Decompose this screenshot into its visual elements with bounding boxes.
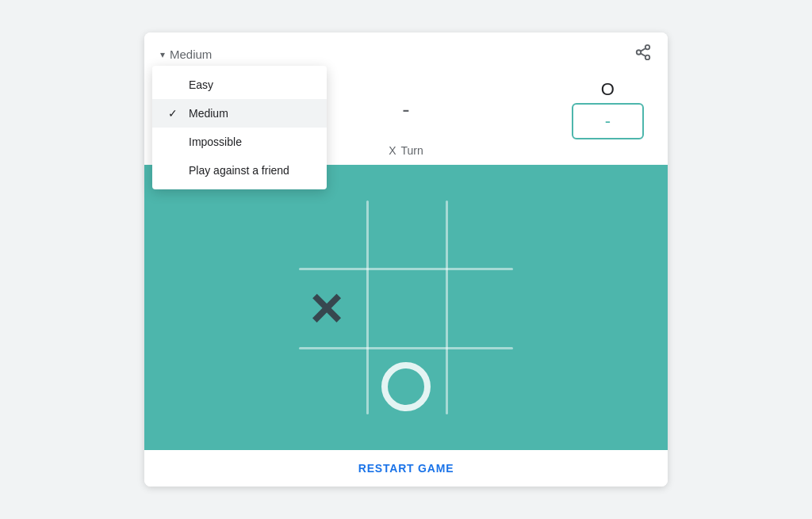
score-divider: - bbox=[394, 97, 417, 122]
dropdown-menu: Easy ✓ Medium Impossible Play against a … bbox=[152, 66, 327, 189]
checkmark-friend bbox=[168, 164, 181, 177]
cell-2-1[interactable] bbox=[366, 347, 446, 426]
o-player-icon: O bbox=[601, 79, 615, 100]
cell-1-2[interactable] bbox=[446, 268, 525, 347]
svg-line-4 bbox=[641, 48, 645, 52]
dropdown-item-impossible-label: Impossible bbox=[189, 135, 242, 148]
dropdown-item-medium[interactable]: ✓ Medium bbox=[152, 99, 327, 128]
share-icon[interactable] bbox=[634, 44, 652, 65]
x-mark-1-0: × bbox=[310, 279, 343, 336]
checkmark-easy bbox=[168, 78, 181, 91]
game-board: × bbox=[144, 165, 668, 450]
dropdown-item-easy[interactable]: Easy bbox=[152, 71, 327, 99]
o-score-box: - bbox=[572, 103, 644, 139]
restart-button[interactable]: RESTART GAME bbox=[358, 462, 454, 475]
header: ▾ Medium Easy ✓ Medium Impossible Play a… bbox=[144, 32, 668, 73]
difficulty-label: Medium bbox=[170, 48, 212, 61]
board-grid: × bbox=[287, 189, 525, 426]
chevron-icon: ▾ bbox=[160, 49, 165, 60]
dropdown-item-friend[interactable]: Play against a friend bbox=[152, 156, 327, 185]
dropdown-item-friend-label: Play against a friend bbox=[189, 164, 289, 177]
cell-2-2[interactable] bbox=[446, 347, 525, 426]
difficulty-selector[interactable]: ▾ Medium bbox=[160, 48, 212, 61]
dropdown-item-easy-label: Easy bbox=[189, 78, 213, 91]
cell-1-1[interactable] bbox=[366, 268, 446, 347]
footer: RESTART GAME bbox=[144, 450, 668, 487]
o-score-section: O - bbox=[572, 79, 644, 139]
cell-0-0[interactable] bbox=[287, 189, 366, 268]
dropdown-item-medium-label: Medium bbox=[189, 107, 228, 120]
dropdown-item-impossible[interactable]: Impossible bbox=[152, 128, 327, 156]
turn-text: Turn bbox=[401, 144, 423, 157]
o-mark-2-1 bbox=[381, 362, 431, 411]
turn-player: X bbox=[389, 144, 396, 157]
cell-0-2[interactable] bbox=[446, 189, 525, 268]
game-container: ▾ Medium Easy ✓ Medium Impossible Play a… bbox=[144, 32, 668, 487]
svg-line-3 bbox=[641, 53, 645, 56]
cell-2-0[interactable] bbox=[287, 347, 366, 426]
checkmark-impossible bbox=[168, 135, 181, 148]
cell-1-0[interactable]: × bbox=[287, 268, 366, 347]
checkmark-medium: ✓ bbox=[168, 107, 181, 120]
cell-0-1[interactable] bbox=[366, 189, 446, 268]
